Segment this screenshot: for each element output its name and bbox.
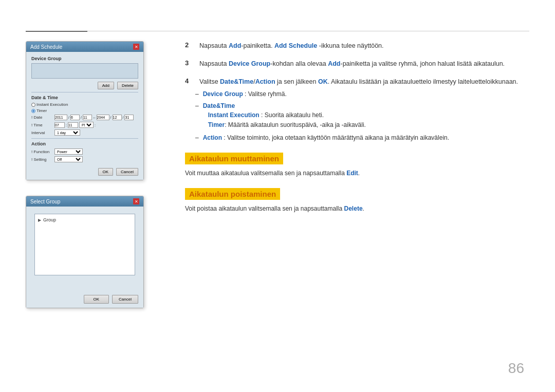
dialog2-group-item[interactable]: ▶ Group [38, 217, 132, 222]
bullet3-dash: – [195, 133, 199, 142]
bullet3-content: Action : Valitse toiminto, joka otetaan … [203, 133, 449, 142]
dialog1-setting-select[interactable]: Off On [54, 156, 83, 162]
dialog1-interval-row: Interval 1 day [31, 129, 138, 136]
bullet2-sub-indent: Instant Execution : Suorita aikataulu he… [208, 110, 366, 130]
bullet2-sub1-text: : Suorita aikataulu heti. [260, 111, 324, 119]
dialog1-radio-timer-label: Timer [36, 108, 47, 113]
dialog1-time-minute[interactable] [68, 122, 78, 128]
section2-text-prefix: Voit poistaa aikataulun valitsemalla sen… [185, 205, 344, 212]
dialog1-radio-timer-dot [31, 109, 35, 113]
step2-number: 2 [185, 41, 195, 49]
dialog1-time-sep2: : [95, 123, 96, 127]
bullet2-sub1: Instant Execution : Suorita aikataulu he… [208, 110, 366, 120]
dialog1-date-year2[interactable] [97, 115, 109, 120]
bullet1-dash: – [195, 89, 199, 99]
dialog1-function-label: ! Function [31, 150, 54, 154]
dialog1-radio-instant-label: Instant Execution [36, 102, 68, 107]
dialog1-interval-select[interactable]: 1 day [54, 129, 80, 136]
dialog1-radio-group: Instant Execution [31, 102, 138, 107]
dialog1-date-sep5: / [123, 116, 124, 119]
dialog1-device-group-box [31, 63, 138, 79]
bullet1-text: : Valitse ryhmä. [243, 90, 287, 98]
dialog1-function-row: ! Function Power [31, 148, 138, 155]
step2-bold2: Add Schedule [274, 42, 317, 49]
step4-text: Valitse Date&Time/Action ja sen jälkeen … [199, 77, 518, 87]
section1-text-prefix: Voit muuttaa aikataulua valitsemalla sen… [185, 170, 346, 177]
dialog1-date-inputs: / / -- / / [54, 115, 134, 120]
step4-mid: ja sen jälkeen [275, 78, 318, 85]
dialog1-delete-button[interactable]: Delete [117, 82, 138, 89]
dialog1-datetime-label: Date & Time [31, 95, 138, 100]
dialog1-add-button[interactable]: Add [98, 82, 114, 89]
bullet2-sub2-text: : Määritä aikataulun suorituspäivä, -aik… [225, 121, 366, 128]
section1-bold: Edit [346, 170, 358, 177]
section2-text-suffix: . [363, 205, 364, 212]
section2-heading: Aikataulun poistaminen [185, 188, 280, 200]
select-group-dialog: Select Group ✕ ▶ Group OK Cancel [26, 196, 144, 308]
dialog1-device-group-label: Device Group [31, 56, 138, 61]
dialog2-ok-button[interactable]: OK [84, 295, 109, 304]
dialog2-tree-arrow: ▶ [38, 218, 41, 222]
dialog1-date-sep4: / [110, 116, 112, 119]
step3-bold1: Device Group [229, 60, 270, 67]
dialog1-setting-label: ! Setting [31, 157, 54, 162]
dialog1-date-month2[interactable] [113, 115, 122, 120]
dialog1-time-row: ! Time : PM AM : [31, 122, 138, 128]
dialog1-date-sep3: -- [93, 116, 96, 119]
bullet2-sub2: Timer: Määritä aikataulun suorituspäivä,… [208, 120, 366, 130]
step3-bold2: Add [328, 60, 340, 67]
dialog1-time-ampm[interactable]: PM AM [79, 122, 94, 128]
dialog1-spacer [31, 164, 138, 167]
dialog2-group-tree: ▶ Group [34, 214, 135, 275]
left-column: Add Schedule ✕ Device Group Add Delete D… [26, 41, 175, 308]
dialog2-content: ▶ Group OK Cancel [26, 207, 143, 308]
dialog1-time-inputs: : PM AM : [54, 122, 96, 128]
step2-text: Napsauta Add-painiketta. Add Schedule -i… [199, 41, 384, 51]
dialog1-setting-row: ! Setting Off On [31, 156, 138, 162]
dialog1-time-hour[interactable] [54, 122, 65, 128]
step4-bold3: OK [318, 78, 328, 85]
dialog1-date-day2[interactable] [124, 115, 134, 120]
dialog1-date-day[interactable] [83, 115, 92, 120]
add-schedule-dialog: Add Schedule ✕ Device Group Add Delete D… [26, 41, 144, 180]
step4-bold1: Date&Time [220, 78, 253, 85]
section1-body: Voit muuttaa aikataulua valitsemalla sen… [185, 169, 529, 178]
step3-suffix: -painiketta ja valitse ryhmä, johon halu… [340, 60, 505, 67]
step2-mid: -painiketta. [241, 42, 274, 49]
dialog1-device-group-buttons: Add Delete [31, 82, 138, 89]
dialog1-close-button[interactable]: ✕ [133, 44, 139, 50]
dialog1-ok-button[interactable]: OK [98, 168, 114, 176]
step3-number: 3 [185, 59, 195, 67]
step2-row: 2 Napsauta Add-painiketta. Add Schedule … [185, 41, 529, 51]
step4-bold2: Action [255, 78, 275, 85]
dialog1-function-select[interactable]: Power [54, 148, 83, 155]
dialog1-cancel-button[interactable]: Cancel [116, 168, 138, 176]
section1-text-suffix: . [358, 170, 360, 177]
step4-row: 4 Valitse Date&Time/Action ja sen jälkee… [185, 77, 529, 87]
dialog1-date-year[interactable] [54, 115, 67, 120]
dialog1-date-row: ! Date / / -- / / [31, 115, 138, 120]
dialog1-radio-instant-dot [31, 103, 35, 107]
step3-text: Napsauta Device Group-kohdan alla olevaa… [199, 59, 505, 69]
bullet2-sub2-label: Timer [208, 121, 225, 128]
dialog1-ok-cancel-row: OK Cancel [31, 168, 138, 176]
dialog2-close-button[interactable]: ✕ [133, 198, 139, 204]
step2-suffix: -ikkuna tulee näyttöön. [317, 42, 383, 49]
step3-prefix: Napsauta [199, 60, 229, 67]
dialog1-radio-instant[interactable]: Instant Execution [31, 102, 68, 107]
dialog1-date-month[interactable] [70, 115, 80, 120]
right-column: 2 Napsauta Add-painiketta. Add Schedule … [185, 41, 529, 218]
top-line-accent [26, 31, 87, 32]
dialog1-divider1 [31, 92, 138, 92]
page-number: 86 [508, 360, 524, 377]
bullet2-label: Date&Time [203, 102, 235, 109]
dialog1-radio-timer[interactable]: Timer [31, 108, 47, 113]
section2-bold: Delete [344, 205, 363, 212]
dialog1-content: Device Group Add Delete Date & Time Inst… [26, 52, 143, 180]
section2-body: Voit poistaa aikataulun valitsemalla sen… [185, 204, 529, 213]
dialog2-cancel-button[interactable]: Cancel [112, 295, 138, 304]
step2-bold1: Add [229, 42, 241, 49]
bullet1-content: Device Group : Valitse ryhmä. [203, 89, 287, 99]
bullet3-text: : Valitse toiminto, joka otetaan käyttöö… [222, 134, 449, 141]
top-divider [26, 31, 529, 31]
